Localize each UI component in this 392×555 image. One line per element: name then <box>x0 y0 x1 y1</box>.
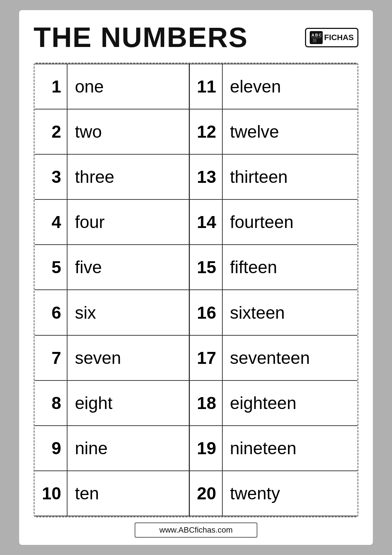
svg-text:A: A <box>312 33 314 37</box>
right-word-14: fourteen <box>222 199 357 245</box>
table-row: 8 eight 18 eighteen <box>35 380 357 426</box>
left-number-1: 1 <box>35 64 67 109</box>
table-row: 4 four 14 fourteen <box>35 199 357 245</box>
right-number-13: 13 <box>189 154 222 199</box>
logo-brand-text: FICHAS <box>324 33 354 42</box>
table-row: 1 one 11 eleven <box>35 64 357 109</box>
left-number-8: 8 <box>35 380 67 426</box>
left-word-10: ten <box>67 471 189 516</box>
svg-text:B: B <box>315 33 318 37</box>
footer-url: www.ABCfichas.com <box>135 522 257 538</box>
left-word-9: nine <box>67 426 189 471</box>
page: THE NUMBERS A B C ⬛ FICHAS 1 one 11 elev <box>19 10 373 545</box>
page-title: THE NUMBERS <box>34 21 248 54</box>
right-word-16: sixteen <box>222 290 357 335</box>
table-row: 9 nine 19 nineteen <box>35 426 357 471</box>
right-number-19: 19 <box>189 426 222 471</box>
right-word-11: eleven <box>222 64 357 109</box>
header: THE NUMBERS A B C ⬛ FICHAS <box>34 21 358 54</box>
table-row: 7 seven 17 seventeen <box>35 335 357 380</box>
left-word-7: seven <box>67 335 189 380</box>
numbers-table: 1 one 11 eleven 2 two 12 twelve 3 three … <box>35 64 357 516</box>
right-word-17: seventeen <box>222 335 357 380</box>
right-word-19: nineteen <box>222 426 357 471</box>
svg-text:⬛: ⬛ <box>313 38 317 43</box>
svg-text:C: C <box>319 33 322 37</box>
right-word-12: twelve <box>222 109 357 154</box>
left-word-2: two <box>67 109 189 154</box>
right-number-12: 12 <box>189 109 222 154</box>
right-word-13: thirteen <box>222 154 357 199</box>
table-row: 10 ten 20 twenty <box>35 471 357 516</box>
left-number-5: 5 <box>35 245 67 290</box>
right-number-14: 14 <box>189 199 222 245</box>
left-number-2: 2 <box>35 109 67 154</box>
left-word-8: eight <box>67 380 189 426</box>
left-number-6: 6 <box>35 290 67 335</box>
logo-cube: A B C ⬛ <box>310 31 323 44</box>
left-word-6: six <box>67 290 189 335</box>
left-number-7: 7 <box>35 335 67 380</box>
table-row: 2 two 12 twelve <box>35 109 357 154</box>
table-row: 5 five 15 fifteen <box>35 245 357 290</box>
right-number-16: 16 <box>189 290 222 335</box>
left-number-4: 4 <box>35 199 67 245</box>
right-number-17: 17 <box>189 335 222 380</box>
left-number-10: 10 <box>35 471 67 516</box>
numbers-table-container: 1 one 11 eleven 2 two 12 twelve 3 three … <box>34 63 358 517</box>
right-word-15: fifteen <box>222 245 357 290</box>
right-word-18: eighteen <box>222 380 357 426</box>
left-word-4: four <box>67 199 189 245</box>
right-word-20: twenty <box>222 471 357 516</box>
table-row: 6 six 16 sixteen <box>35 290 357 335</box>
left-number-9: 9 <box>35 426 67 471</box>
left-number-3: 3 <box>35 154 67 199</box>
logo: A B C ⬛ FICHAS <box>305 28 358 47</box>
left-word-3: three <box>67 154 189 199</box>
right-number-15: 15 <box>189 245 222 290</box>
right-number-11: 11 <box>189 64 222 109</box>
right-number-18: 18 <box>189 380 222 426</box>
table-row: 3 three 13 thirteen <box>35 154 357 199</box>
left-word-5: five <box>67 245 189 290</box>
svg-rect-4 <box>312 38 321 38</box>
right-number-20: 20 <box>189 471 222 516</box>
left-word-1: one <box>67 64 189 109</box>
